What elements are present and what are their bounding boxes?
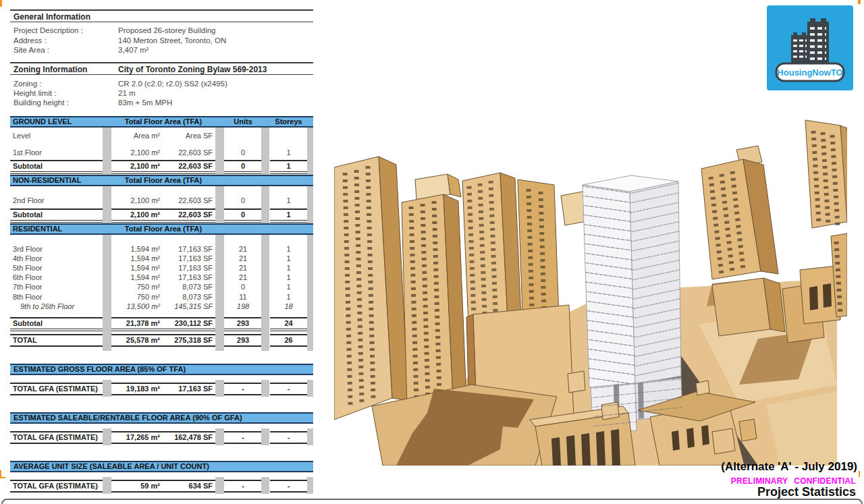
- artifact-mark: [859, 471, 860, 477]
- column-separator: [103, 380, 111, 397]
- column-separator: [261, 477, 269, 494]
- artifact-mark: [0, 0, 2, 7]
- column-separator: [215, 186, 224, 223]
- report-title: Project Statistics: [757, 485, 856, 499]
- column-separator: [103, 428, 111, 445]
- section-bar-non-residential: NON-RESIDENTIAL Total Floor Area (TFA): [10, 175, 313, 186]
- area-sf-header: Area SF: [163, 131, 215, 141]
- column-separator: [215, 380, 224, 397]
- preliminary-stamp: PRELIMINARY: [731, 476, 788, 486]
- column-separator: [261, 186, 269, 223]
- info-row: Project Description : Proposed 26-storey…: [10, 26, 313, 35]
- zoning-value: CR 2.0 (c2.0; r2.0) SS2 (x2495): [118, 79, 227, 88]
- info-row: Site Area : 3,407 m²: [10, 45, 313, 55]
- column-separator: [307, 428, 313, 445]
- project-description-value: Proposed 26-storey Building: [118, 26, 215, 35]
- address-label: Address :: [14, 36, 47, 45]
- column-separator: [307, 380, 313, 397]
- zoning-info-title: Zoning Information: [14, 65, 87, 74]
- section-label: NON-RESIDENTIAL: [10, 176, 103, 185]
- column-separator: [307, 477, 313, 494]
- summary-header-bar: ESTIMATED GROSS FLOOR AREA (85% OF TFA): [10, 364, 313, 375]
- logo-text: HousingNowTO: [777, 67, 842, 78]
- column-separator: [103, 477, 111, 494]
- section-bar-ground-level: GROUND LEVEL Total Floor Area (TFA) Unit…: [10, 116, 313, 128]
- footer-alternate-label: (Alternate 'A' - July 2019): [721, 460, 857, 474]
- column-separator: [215, 128, 224, 175]
- column-separator: [103, 128, 111, 175]
- site-area-label: Site Area :: [14, 45, 49, 55]
- column-separator: [215, 235, 224, 351]
- city-render: [334, 115, 847, 466]
- zoning-info-header: Zoning Information City of Toronto Zonin…: [10, 62, 313, 75]
- column-separator: [307, 128, 313, 175]
- building-height-value: 83m + 5m MPH: [118, 98, 172, 107]
- buildings-icon: HousingNowTO: [767, 5, 853, 90]
- area-m2-header: Area m²: [111, 131, 163, 141]
- column-separator: [307, 186, 313, 223]
- column-separator: [261, 428, 269, 445]
- section-label: GROUND LEVEL: [10, 117, 103, 126]
- confidential-stamp: PRELIMINARYCONFIDENTIAL: [731, 476, 856, 486]
- storeys-header: Storeys: [270, 117, 307, 126]
- confidential-label: CONFIDENTIAL: [794, 476, 856, 486]
- units-header: Units: [224, 117, 262, 126]
- info-row: Building height : 83m + 5m MPH: [10, 98, 313, 107]
- project-description-label: Project Description :: [14, 26, 83, 35]
- site-area-value: 3,407 m²: [118, 45, 148, 55]
- column-separator: [215, 428, 224, 445]
- context-buildings-left: [334, 157, 466, 420]
- tfa-header: Total Floor Area (TFA): [111, 176, 215, 185]
- section-label: RESIDENTIAL: [10, 225, 103, 233]
- address-value: 140 Merton Street, Toronto, ON: [118, 36, 226, 45]
- column-separator: [261, 380, 269, 397]
- summary-header-bar: AVERAGE UNIT SIZE (SALEABLE AREA / UNIT …: [10, 461, 313, 472]
- artifact-mark: [0, 477, 5, 478]
- building-height-label: Building height :: [14, 98, 69, 107]
- zoning-bylaw-value: City of Toronto Zoning Bylaw 569-2013: [118, 65, 267, 74]
- info-row: Address : 140 Merton Street, Toronto, ON: [10, 36, 313, 45]
- bottom-section-box: [1, 499, 863, 504]
- summary-header-bar: ESTIMATED SALEABLE/RENTABLE FLOOR AREA (…: [10, 412, 313, 424]
- column-separator: [261, 128, 269, 175]
- section-bar-residential: RESIDENTIAL Total Floor Area (TFA): [10, 223, 313, 235]
- general-info-header: General Information: [10, 9, 313, 22]
- general-info-title: General Information: [14, 12, 90, 22]
- tfa-header: Total Floor Area (TFA): [111, 117, 215, 126]
- tfa-header: Total Floor Area (TFA): [111, 225, 215, 233]
- column-separator: [215, 477, 224, 494]
- column-separator: [103, 186, 111, 223]
- column-separator: [261, 235, 269, 351]
- height-limit-label: Height limit :: [14, 88, 56, 98]
- project-statistics-sheet: General Information Project Description …: [0, 0, 864, 504]
- height-limit-value: 21 m: [118, 88, 136, 98]
- info-row: Height limit : 21 m: [10, 88, 313, 98]
- zoning-label: Zoning :: [14, 79, 42, 88]
- city-render-illustration: [334, 115, 847, 466]
- artifact-mark: [858, 0, 861, 4]
- info-row: Zoning : CR 2.0 (c2.0; r2.0) SS2 (x2495): [10, 79, 313, 88]
- column-separator: [307, 235, 313, 351]
- column-separator: [103, 235, 111, 351]
- housingnowto-logo: HousingNowTO: [767, 5, 853, 90]
- level-header: Level: [10, 131, 103, 141]
